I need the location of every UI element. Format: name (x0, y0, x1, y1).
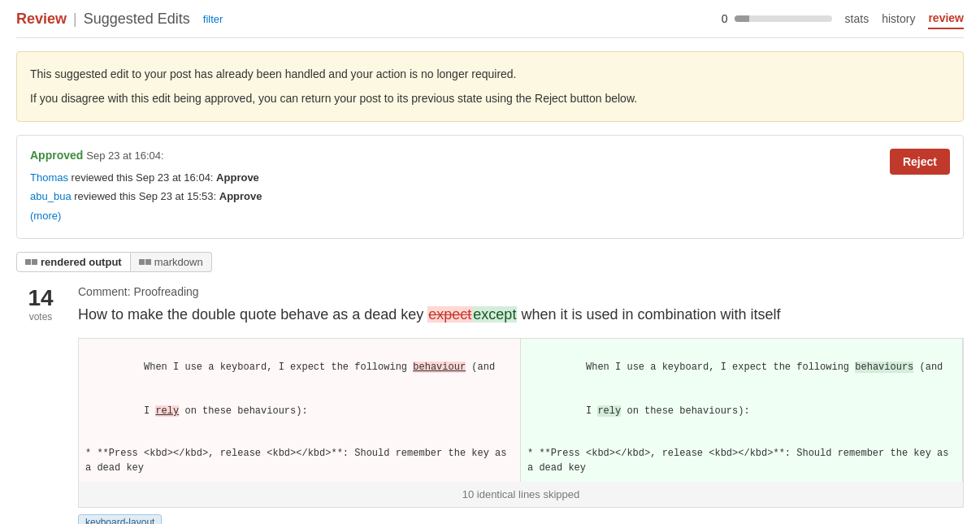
notice-line1: This suggested edit to your post has alr… (30, 65, 950, 83)
question-diff-inserted: except (472, 306, 517, 323)
question-title: How to make the double quote behave as a… (78, 305, 964, 325)
diff-right-line1-cont: (and (913, 362, 943, 373)
content-area: 14 votes Comment: Proofreading How to ma… (16, 285, 964, 524)
progress-section: 0 (722, 12, 832, 25)
top-nav-left: Review | Suggested Edits filter (16, 11, 223, 28)
approved-label: Approved (30, 149, 83, 162)
diff-right-line2-cont: on these behaviours): (621, 405, 749, 417)
review-result-box: Approved Sep 23 at 16:04: Thomas reviewe… (16, 135, 964, 239)
reviewer2-row: abu_bua reviewed this Sep 23 at 15:53: A… (30, 187, 950, 206)
vote-count: 14 (16, 285, 65, 311)
rendered-output-tab[interactable]: rendered output (16, 252, 131, 272)
filter-link[interactable]: filter (203, 13, 223, 25)
progress-count: 0 (722, 12, 728, 25)
diff-left-block2: * **Press <kbd></kbd>, release <kbd></kb… (79, 440, 521, 482)
top-nav-right: 0 stats history review (722, 8, 964, 29)
markdown-label: markdown (154, 256, 203, 268)
review-link[interactable]: Review (16, 11, 67, 28)
reviewer2-link[interactable]: abu_bua (30, 190, 72, 202)
diff-left-behaviour: behaviour (413, 362, 466, 373)
reviewer1-text: reviewed this Sep 23 at 16:04: (72, 171, 214, 184)
diff-left-rely: rely (155, 405, 179, 417)
approval-header: Approved Sep 23 at 16:04: (30, 149, 950, 162)
diff-left-line2-pre: I (144, 405, 155, 417)
question-diff-deleted: expect (427, 306, 472, 323)
reviewer2-action: Approve (219, 190, 262, 202)
diff-right-block1: When I use a keyboard, I expect the foll… (521, 339, 963, 440)
diff-right-rely: rely (597, 405, 621, 417)
comment-tag: Comment: Proofreading (78, 285, 964, 298)
markdown-tab[interactable]: markdown (131, 252, 212, 272)
reviewer2-text: reviewed this Sep 23 at 15:53: (74, 190, 216, 202)
separator: | (73, 11, 77, 28)
progress-bar-fill (735, 15, 749, 22)
reviewer1-action: Approve (216, 171, 259, 184)
top-nav: Review | Suggested Edits filter 0 stats … (16, 0, 964, 38)
stats-tab[interactable]: stats (845, 9, 869, 28)
tag-keyboard-layout[interactable]: keyboard-layout (78, 514, 162, 524)
question-title-before: How to make the double quote behave as a… (78, 306, 427, 323)
diff-right-behaviours: behaviours (855, 362, 913, 373)
rendered-output-icon (25, 259, 37, 265)
diff-left-line1-cont: (and (466, 362, 495, 373)
diff-left-line1-pre: When I use a keyboard, I expect the foll… (144, 362, 413, 373)
diff-left-line2-cont: on these behaviours): (179, 405, 307, 417)
review-tab[interactable]: review (928, 8, 964, 29)
progress-bar (735, 15, 832, 22)
reject-button[interactable]: Reject (890, 149, 950, 175)
markdown-icon (139, 259, 151, 265)
diff-right-line1-pre: When I use a keyboard, I expect the foll… (586, 362, 855, 373)
rendered-output-label: rendered output (41, 256, 122, 268)
diff-container: When I use a keyboard, I expect the foll… (78, 338, 964, 508)
more-row: (more) (30, 206, 950, 225)
reviewer1-link[interactable]: Thomas (30, 171, 68, 184)
review-date: Sep 23 at 16:04: (86, 149, 163, 162)
view-tabs: rendered output markdown (16, 252, 964, 272)
main-content: Comment: Proofreading How to make the do… (78, 285, 964, 524)
diff-left-block1: When I use a keyboard, I expect the foll… (79, 339, 521, 440)
page-title: Suggested Edits (84, 11, 190, 28)
notice-line2: If you disagree with this edit being app… (30, 89, 950, 107)
reviewer1-row: Thomas reviewed this Sep 23 at 16:04: Ap… (30, 168, 950, 187)
notice-box: This suggested edit to your post has alr… (16, 51, 964, 122)
history-tab[interactable]: history (882, 9, 915, 28)
diff-skipped: 10 identical lines skipped (79, 482, 963, 507)
diff-right-block2: * **Press <kbd></kbd>, release <kbd></kb… (521, 440, 963, 482)
votes-section: 14 votes (16, 285, 65, 524)
question-title-after: when it is used in combination with itse… (517, 306, 780, 323)
more-link[interactable]: (more) (30, 210, 61, 222)
reviewer-list: Thomas reviewed this Sep 23 at 16:04: Ap… (30, 168, 950, 225)
diff-right-line2-pre: I (586, 405, 597, 417)
votes-label: votes (16, 311, 65, 323)
